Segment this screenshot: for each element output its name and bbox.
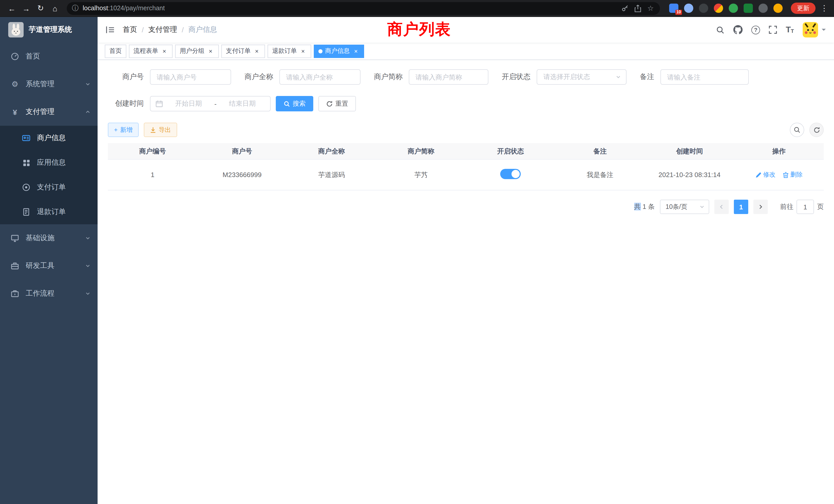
forward-icon[interactable]: → xyxy=(20,2,33,15)
col-header: 商户简称 xyxy=(376,146,466,156)
user-avatar[interactable] xyxy=(803,22,818,38)
top-navbar: 首页 / 支付管理 / 商户信息 ? TT xyxy=(97,17,834,43)
sidebar-item-home[interactable]: 首页 xyxy=(0,43,97,70)
tab-pay-order[interactable]: 支付订单× xyxy=(221,44,265,58)
sidebar-item-infra[interactable]: 基础设施 xyxy=(0,224,97,252)
merchant-no-input[interactable] xyxy=(150,69,231,85)
sidebar-item-workflow[interactable]: 工作流程 xyxy=(0,280,97,307)
remark-input[interactable] xyxy=(660,69,749,85)
tab-user-group[interactable]: 用户分组× xyxy=(175,44,219,58)
screen: ← → ↻ ⌂ ⓘ localhost:1024/pay/merchant ☆ … xyxy=(0,0,834,504)
delete-link[interactable]: 删除 xyxy=(783,170,803,179)
merchant-table: 商户编号 商户号 商户全称 商户简称 开启状态 备注 创建时间 操作 1 M23… xyxy=(108,143,824,190)
next-page-button[interactable] xyxy=(753,200,768,214)
edit-link[interactable]: 修改 xyxy=(755,170,775,179)
github-icon[interactable] xyxy=(733,25,743,35)
extension-icon-4[interactable] xyxy=(714,4,723,13)
browser-profile-avatar[interactable] xyxy=(773,4,783,13)
gear-icon: ⚙ xyxy=(10,79,20,89)
extension-icon-1[interactable]: 10 xyxy=(669,4,678,13)
close-icon[interactable]: × xyxy=(161,47,168,55)
merchant-card-icon xyxy=(22,134,31,142)
annotation-text: 商户列表 xyxy=(387,19,451,40)
extension-icon-2[interactable] xyxy=(684,4,693,13)
tab-merchant-info[interactable]: 商户信息× xyxy=(314,44,364,58)
extension-icon-3[interactable] xyxy=(699,4,708,13)
cell-merchant-id: 1 xyxy=(108,171,197,179)
goto-page-input[interactable] xyxy=(796,200,814,214)
breadcrumb-section[interactable]: 支付管理 xyxy=(148,25,177,35)
merchant-short-input[interactable] xyxy=(409,69,488,85)
bookmark-star-icon[interactable]: ☆ xyxy=(647,4,654,12)
merchant-name-input[interactable] xyxy=(279,69,360,85)
font-size-icon[interactable]: TT xyxy=(786,26,794,34)
sidebar-item-pay-order[interactable]: 支付订单 xyxy=(0,175,97,200)
share-icon[interactable] xyxy=(635,4,642,12)
sidebar-item-label: 应用信息 xyxy=(37,158,66,167)
sidebar-item-label: 工作流程 xyxy=(26,289,54,298)
breadcrumb: 首页 / 支付管理 / 商户信息 xyxy=(123,25,217,35)
password-key-icon[interactable] xyxy=(622,5,629,12)
sidebar-item-refund-order[interactable]: 退款订单 xyxy=(0,200,97,224)
browser-menu-icon[interactable]: ⋮ xyxy=(820,4,829,13)
close-icon[interactable]: × xyxy=(352,47,359,55)
tab-process-form[interactable]: 流程表单× xyxy=(129,44,173,58)
search-icon[interactable] xyxy=(716,25,725,34)
reload-icon[interactable]: ↻ xyxy=(34,2,47,15)
home-icon[interactable]: ⌂ xyxy=(48,2,62,15)
extension-icon-5[interactable] xyxy=(729,4,738,13)
sidebar-item-merchant-info[interactable]: 商户信息 xyxy=(0,126,97,151)
url-path: :1024/pay/merchant xyxy=(108,5,165,12)
date-range-picker[interactable]: 开始日期 - 结束日期 xyxy=(150,96,271,111)
close-icon[interactable]: × xyxy=(253,47,260,55)
filter-row-1: 商户号 商户全称 商户简称 开启状态 请选择开启状态 xyxy=(108,69,824,85)
tab-home[interactable]: 首页 xyxy=(105,44,126,58)
export-button[interactable]: 导出 xyxy=(144,123,177,137)
start-date-placeholder[interactable]: 开始日期 xyxy=(166,99,211,108)
extension-icon-7[interactable] xyxy=(759,4,768,13)
hamburger-icon[interactable] xyxy=(106,26,114,34)
page-number-button[interactable]: 1 xyxy=(734,200,748,214)
omnibox-actions: ☆ xyxy=(622,4,657,12)
site-info-icon[interactable]: ⓘ xyxy=(72,4,79,13)
user-menu[interactable] xyxy=(803,22,826,38)
browser-update-button[interactable]: 更新 xyxy=(791,3,815,14)
refresh-icon xyxy=(326,100,333,107)
sidebar: 芋道管理系统 首页 ⚙ 系统管理 ¥ 支付管理 xyxy=(0,17,97,504)
filter-label: 商户简称 xyxy=(374,72,409,82)
sidebar-item-devtools[interactable]: 研发工具 xyxy=(0,252,97,280)
page-size-select[interactable]: 10条/页 xyxy=(660,200,709,214)
toggle-search-button[interactable] xyxy=(790,123,804,137)
monitor-icon xyxy=(10,234,20,242)
status-toggle[interactable] xyxy=(500,169,521,179)
help-icon[interactable]: ? xyxy=(751,25,760,34)
extension-icon-6[interactable] xyxy=(744,4,753,13)
app-logo: 芋道管理系统 xyxy=(0,17,97,43)
sidebar-item-label: 商户信息 xyxy=(37,134,66,143)
back-icon[interactable]: ← xyxy=(5,2,19,15)
breadcrumb-current: 商户信息 xyxy=(189,25,217,35)
col-header: 商户号 xyxy=(197,146,287,156)
browser-toolbar: ← → ↻ ⌂ ⓘ localhost:1024/pay/merchant ☆ … xyxy=(0,0,834,17)
filter-row-2: 创建时间 开始日期 - 结束日期 搜索 重置 xyxy=(108,96,824,111)
sidebar-item-label: 基础设施 xyxy=(26,233,54,243)
sidebar-item-system[interactable]: ⚙ 系统管理 xyxy=(0,70,97,98)
reset-button[interactable]: 重置 xyxy=(319,96,356,111)
close-icon[interactable]: × xyxy=(207,47,214,55)
tab-refund-order[interactable]: 退款订单× xyxy=(267,44,311,58)
prev-page-button[interactable] xyxy=(714,200,729,214)
fullscreen-icon[interactable] xyxy=(769,26,777,34)
close-icon[interactable]: × xyxy=(300,47,307,55)
active-dot xyxy=(319,49,323,53)
sidebar-item-payment[interactable]: ¥ 支付管理 xyxy=(0,98,97,126)
end-date-placeholder[interactable]: 结束日期 xyxy=(220,99,265,108)
refresh-table-button[interactable] xyxy=(809,123,824,137)
search-button[interactable]: 搜索 xyxy=(276,96,313,111)
sidebar-item-app-info[interactable]: 应用信息 xyxy=(0,151,97,175)
status-select[interactable]: 请选择开启状态 xyxy=(537,69,627,85)
address-bar[interactable]: ⓘ localhost:1024/pay/merchant ☆ xyxy=(67,2,660,15)
add-button[interactable]: + 新增 xyxy=(108,123,139,137)
date-separator: - xyxy=(214,100,217,108)
breadcrumb-home[interactable]: 首页 xyxy=(123,25,137,35)
breadcrumb-separator: / xyxy=(142,26,144,34)
